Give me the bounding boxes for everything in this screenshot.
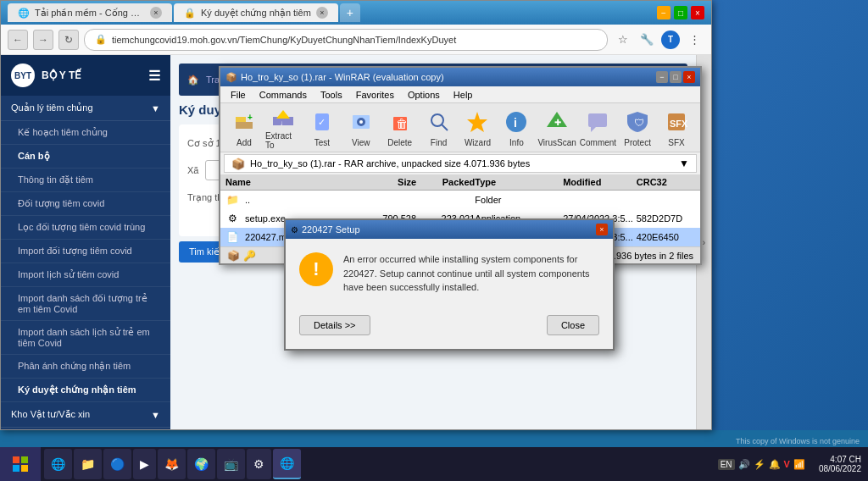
taskbar-item-1[interactable]: 🌐 [44, 449, 72, 479]
taskbar-clock[interactable]: 4:07 CH 08/06/2022 [812, 455, 868, 473]
browser-minimize-btn[interactable]: − [657, 6, 670, 19]
back-button[interactable]: ← [8, 30, 28, 50]
taskbar-tray: EN 🔊 ⚡ 🔔 V 📶 [711, 459, 812, 470]
taskbar-icon-4: ▶ [140, 457, 149, 471]
taskbar-item-8[interactable]: ⚙ [247, 449, 271, 479]
menu-toggle-icon[interactable]: ☰ [148, 68, 160, 84]
address-bar[interactable]: 🔒 tiemchungcovid19.moh.gov.vn/TiemChung/… [84, 29, 608, 51]
toolbar-test-btn[interactable]: ✓ Test [303, 106, 341, 150]
tab1-close[interactable]: × [150, 7, 162, 19]
clock-time: 4:07 CH [819, 455, 861, 464]
svg-rect-26 [21, 456, 28, 463]
winrar-menu-tools[interactable]: Tools [314, 90, 349, 100]
winrar-maximize-btn[interactable]: □ [670, 71, 682, 83]
toolbar-extract-btn[interactable]: ↓ Extract To [264, 106, 302, 150]
taskbar-item-4[interactable]: ▶ [133, 449, 156, 479]
col-type: Type [475, 177, 563, 187]
taskbar-item-browser[interactable]: 🌐 [273, 449, 301, 479]
taskbar-item-6[interactable]: 🌍 [187, 449, 215, 479]
profile-icon[interactable]: T [660, 30, 681, 50]
sidebar-item-label: Import danh sách đối tượng trẻ em tiêm C… [18, 293, 147, 314]
sidebar-item-label: Ký duyệt chứng nhận tiêm [18, 384, 136, 395]
toolbar-find-btn[interactable]: Find [420, 106, 458, 150]
winrar-menu-help[interactable]: Help [447, 90, 480, 100]
col-modified: Modified [563, 177, 637, 187]
svg-point-13 [431, 114, 443, 126]
winrar-icon-1: 📦 [227, 250, 240, 262]
language-indicator[interactable]: EN [718, 459, 735, 470]
new-tab-button[interactable]: + [340, 3, 360, 22]
details-button[interactable]: Details >> [299, 315, 370, 335]
sidebar-item-bao-cao[interactable]: Báo cáo tiêm chủng covid ▼ [1, 428, 170, 429]
browser-tab-2[interactable]: 🔒 Ký duyệt chứng nhận tiêm × [174, 3, 338, 22]
winrar-menu-favorites[interactable]: Favorites [349, 90, 401, 100]
sidebar-item-can-bo[interactable]: Cán bộ [1, 145, 170, 169]
svg-rect-0 [236, 122, 253, 129]
start-button[interactable] [0, 447, 41, 481]
browser-titlebar: 🌐 Tải phần mềm - Cổng dịch vụ c... × 🔒 K… [1, 1, 711, 25]
svg-marker-21 [591, 127, 596, 132]
sidebar-item-ky-duyet[interactable]: Ký duyệt chứng nhận tiêm [1, 379, 170, 402]
browser-navbar: ← → ↻ 🔒 tiemchungcovid19.moh.gov.vn/Tiem… [1, 25, 711, 55]
winrar-menu-commands[interactable]: Commands [253, 90, 314, 100]
taskbar-item-2[interactable]: 📁 [74, 449, 102, 479]
sidebar-item-import-lich-su[interactable]: Import lịch sử tiêm covid [1, 263, 170, 287]
close-button[interactable]: Close [547, 315, 599, 335]
archive-path-text: Ho_tro_ky_so (1).rar - RAR archive, unpa… [250, 158, 530, 169]
tray-icon-1: 🔊 [738, 459, 750, 470]
sidebar-item-kho-vat-tu[interactable]: Kho Vật tư/Vắc xin ▼ [1, 402, 170, 428]
menu-icon[interactable]: ⋮ [684, 30, 704, 50]
svg-line-14 [442, 124, 448, 130]
sidebar-item-doi-tuong[interactable]: Đối tượng tiêm covid [1, 192, 170, 216]
taskbar-item-7[interactable]: 📺 [217, 449, 245, 479]
svg-text:+: + [248, 113, 253, 122]
toolbar-add-btn[interactable]: + Add [225, 106, 263, 150]
taskbar-item-3[interactable]: 🔵 [103, 449, 131, 479]
toolbar-virusscan-btn[interactable]: ✚ VirusScan [537, 106, 576, 150]
toolbar-view-btn[interactable]: View [342, 106, 380, 150]
forward-button[interactable]: → [33, 30, 53, 50]
chevron-down-icon: ▼ [151, 410, 160, 420]
toolbar-delete-btn[interactable]: 🗑 Delete [381, 106, 419, 150]
sidebar-item-loc[interactable]: Lọc đối tượng tiêm covid trùng [1, 216, 170, 240]
sidebar-item-import-ds-tre[interactable]: Import danh sách đối tượng trẻ em tiêm C… [1, 287, 170, 321]
browser-maximize-btn[interactable]: □ [674, 6, 687, 19]
toolbar-protect-btn[interactable]: 🛡 Protect [619, 106, 656, 150]
sidebar-item-import-doi-tuong[interactable]: Import đối tượng tiêm covid [1, 240, 170, 263]
extract-icon: ↓ [270, 105, 297, 129]
taskbar-items: 🌐 📁 🔵 ▶ 🦊 🌍 📺 ⚙ 🌐 [41, 449, 711, 479]
taskbar-item-5[interactable]: 🦊 [158, 449, 186, 479]
toolbar-wizard-btn[interactable]: Wizard [459, 106, 497, 150]
winrar-minimize-btn[interactable]: − [656, 71, 668, 83]
tab2-close[interactable]: × [316, 7, 328, 19]
toolbar-comment-btn[interactable]: Comment [579, 106, 617, 150]
sidebar-item-dat-tiem[interactable]: Thông tin đặt tiêm [1, 169, 170, 192]
sidebar-item-ke-hoach[interactable]: Kế hoạch tiêm chủng [1, 121, 170, 145]
toolbar-info-btn[interactable]: i Info [498, 106, 535, 150]
winrar-menu-options[interactable]: Options [401, 90, 447, 100]
tray-icon-2: ⚡ [754, 459, 765, 470]
browser-nav-icons: ☆ 🔧 T ⋮ [613, 30, 704, 50]
sidebar-header: BYT BỘ Y TẾ ☰ [1, 55, 170, 96]
browser-close-btn[interactable]: × [691, 6, 704, 19]
setup-buttons: Details >> Close [286, 308, 613, 349]
taskbar-icon-6: 🌍 [194, 457, 209, 471]
winrar-menu-file[interactable]: File [224, 90, 253, 100]
file-row-parent[interactable]: 📁 .. Folder [220, 191, 700, 209]
taskbar-icon-5: 🦊 [164, 457, 179, 471]
taskbar-browser-icon: 🌐 [280, 456, 294, 470]
extension-icon[interactable]: 🔧 [637, 30, 657, 50]
bookmark-icon[interactable]: ☆ [613, 30, 633, 50]
sidebar-item-import-lich-su-tre[interactable]: Import danh sách lịch sử trẻ em tiêm Cov… [1, 321, 170, 355]
setup-close-btn[interactable]: × [596, 224, 608, 235]
refresh-button[interactable]: ↻ [58, 30, 79, 50]
path-dropdown-icon[interactable]: ▼ [679, 158, 689, 169]
winrar-close-btn[interactable]: × [683, 71, 695, 83]
browser-tab-1[interactable]: 🌐 Tải phần mềm - Cổng dịch vụ c... × [8, 3, 172, 22]
toolbar-sfx-btn[interactable]: SFX SFX [658, 106, 695, 150]
sidebar-item-quan-ly[interactable]: Quản lý tiêm chủng ▼ [1, 96, 170, 121]
winrar-menu-bar: File Commands Tools Favorites Options He… [220, 86, 700, 103]
sidebar-item-phan-anh[interactable]: Phân ánh chứng nhận tiêm [1, 355, 170, 379]
svg-rect-27 [13, 465, 19, 472]
windows-watermark: This copy of Windows is not genuine [736, 437, 860, 445]
